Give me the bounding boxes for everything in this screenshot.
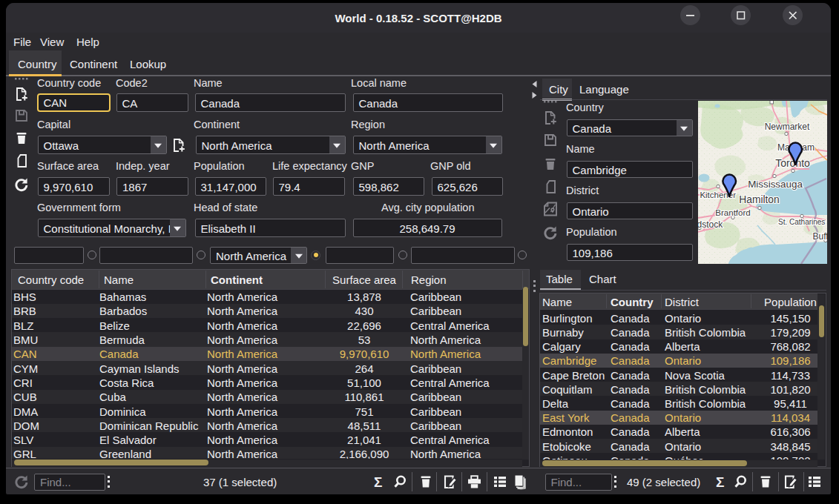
svg-text:Brantford: Brantford	[715, 208, 750, 216]
svg-text:dstock: dstock	[698, 219, 723, 230]
svg-text:St. Catharines: St. Catharines	[778, 217, 825, 225]
svg-text:Newmarket: Newmarket	[765, 121, 810, 131]
svg-text:Buffalo: Buffalo	[813, 231, 828, 241]
svg-text:Mississauga: Mississauga	[748, 178, 803, 189]
svg-text:Hamilton: Hamilton	[739, 194, 779, 205]
